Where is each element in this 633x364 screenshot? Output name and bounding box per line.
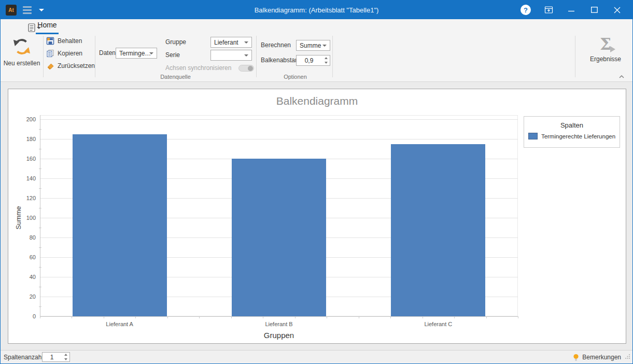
minimize-icon [568, 7, 574, 13]
gridline [40, 119, 518, 120]
minimize-button[interactable] [560, 1, 583, 19]
chart-bar-lieferant-b[interactable] [232, 159, 326, 316]
serie-label: Serie [165, 50, 180, 60]
ribbon-separator [332, 36, 333, 77]
sigma-results-icon: Σ [595, 36, 616, 53]
x-minor-tick [518, 316, 518, 318]
close-button[interactable] [606, 1, 628, 19]
tab-home-label: Home [37, 21, 57, 29]
y-tick-label: 120 [15, 194, 36, 202]
group-caption-optionen: Optionen [258, 74, 332, 80]
x-minor-tick [295, 316, 296, 318]
group-caption-datenquelle: Datenquelle [97, 74, 254, 80]
chart-bar-lieferant-c[interactable] [391, 144, 485, 317]
berechnen-combobox[interactable]: Summe [296, 40, 330, 51]
achsen-sync-label: Achsen synchronisieren [165, 63, 231, 73]
y-tick-label: 40 [15, 273, 36, 281]
ribbon-display-icon [544, 6, 553, 14]
ergebnisse-button[interactable]: Σ Ergebnisse [585, 36, 626, 63]
x-minor-tick [423, 316, 423, 318]
y-tick-label: 140 [15, 175, 36, 182]
maximize-icon [591, 7, 598, 13]
chevron-up-icon [618, 74, 625, 79]
chevron-down-icon [322, 45, 327, 47]
berechnen-label: Berechnen [261, 40, 291, 50]
x-axis-line [40, 316, 518, 317]
x-minor-tick [231, 316, 232, 318]
help-button[interactable]: ? [514, 1, 537, 19]
berechnen-combobox-value: Summe [300, 42, 321, 49]
spin-down-icon[interactable] [64, 358, 67, 360]
plot-layer: 020406080100120140160180200Lieferant ALi… [8, 89, 626, 343]
y-tick-label: 80 [15, 234, 36, 241]
collapse-ribbon-button[interactable] [618, 72, 625, 81]
y-tick-label: 200 [15, 116, 36, 123]
grip-dots-icon [625, 354, 630, 359]
serie-combobox[interactable] [210, 50, 252, 61]
title-bar: At Balkendiagramm: (Arbeitsblatt "Tabell… [1, 1, 632, 19]
app-window: At Balkendiagramm: (Arbeitsblatt "Tabell… [0, 0, 633, 364]
x-minor-tick [135, 316, 136, 318]
y-tick-label: 0 [15, 313, 36, 320]
spaltenanzahl-spinner[interactable]: 1 [42, 352, 70, 362]
spinner-arrows[interactable] [62, 353, 69, 361]
x-axis-title: Gruppen [40, 331, 518, 340]
achsen-sync-toggle[interactable] [238, 65, 254, 72]
y-tick-label: 180 [15, 135, 36, 143]
chevron-down-icon [149, 52, 153, 54]
help-icon: ? [521, 5, 531, 15]
close-icon [614, 7, 621, 13]
y-axis-title: Summe [15, 206, 22, 230]
chevron-down-icon [244, 41, 248, 44]
spaltenanzahl-label: Spaltenanzahl [4, 351, 43, 364]
zuruecksetzen-button[interactable]: Zurücksetzen [46, 61, 95, 71]
ribbon-separator [95, 36, 95, 77]
bemerkungen-button[interactable]: Bemerkungen [573, 351, 621, 364]
kopieren-button[interactable]: Kopieren [46, 49, 82, 58]
lightbulb-icon [573, 354, 579, 361]
gruppe-combobox[interactable]: Lieferant [210, 37, 252, 48]
spin-up-icon[interactable] [64, 354, 67, 356]
y-tick-label: 60 [15, 254, 36, 261]
toggle-knob-icon [248, 66, 253, 71]
ribbon-display-options-button[interactable] [537, 1, 560, 19]
tab-home[interactable]: Home [36, 21, 59, 34]
x-minor-tick [167, 316, 168, 318]
behalten-label: Behalten [58, 37, 82, 45]
x-minor-tick [40, 316, 40, 318]
maximize-button[interactable] [583, 1, 606, 19]
chart-panel: Balkendiagramm Spalten Termingerechte Li… [8, 89, 626, 344]
spin-up-icon[interactable] [325, 57, 328, 59]
spin-down-icon[interactable] [325, 62, 328, 64]
x-category-label: Lieferant C [397, 321, 480, 327]
balkenabstand-spinner[interactable]: 0,9 [296, 55, 330, 66]
bemerkungen-label: Bemerkungen [582, 354, 621, 361]
app-logo-icon: At [6, 5, 17, 16]
x-minor-tick [454, 316, 455, 318]
gruppe-label: Gruppe [165, 37, 186, 47]
neu-erstellen-button[interactable]: Neu erstellen [3, 38, 41, 67]
y-axis-line [40, 115, 40, 316]
x-minor-tick [486, 316, 487, 318]
chart-bar-lieferant-a[interactable] [73, 134, 167, 317]
hamburger-menu-icon[interactable] [22, 4, 33, 16]
behalten-button[interactable]: Behalten [46, 36, 82, 46]
ribbon-separator [43, 36, 44, 77]
neu-erstellen-label: Neu erstellen [3, 60, 41, 67]
tab-home-underline [36, 33, 59, 34]
spaltenanzahl-value: 1 [43, 353, 61, 361]
resize-grip[interactable] [625, 352, 630, 361]
y-tick-label: 160 [15, 155, 36, 162]
x-minor-tick [72, 316, 72, 318]
spinner-arrows[interactable] [322, 55, 330, 65]
y-tick-label: 20 [15, 293, 36, 300]
zuruecksetzen-label: Zurücksetzen [58, 62, 95, 69]
x-category-label: Lieferant B [237, 321, 320, 327]
daten-combobox[interactable]: Terminge… [116, 48, 157, 59]
kopieren-label: Kopieren [58, 50, 82, 57]
titlebar-dropdown-caret-icon[interactable] [39, 9, 44, 11]
save-icon [46, 37, 54, 45]
status-bar: Spaltenanzahl 1 Bemerkungen [1, 350, 632, 363]
x-minor-tick [199, 316, 200, 318]
ribbon-separator [256, 36, 257, 77]
